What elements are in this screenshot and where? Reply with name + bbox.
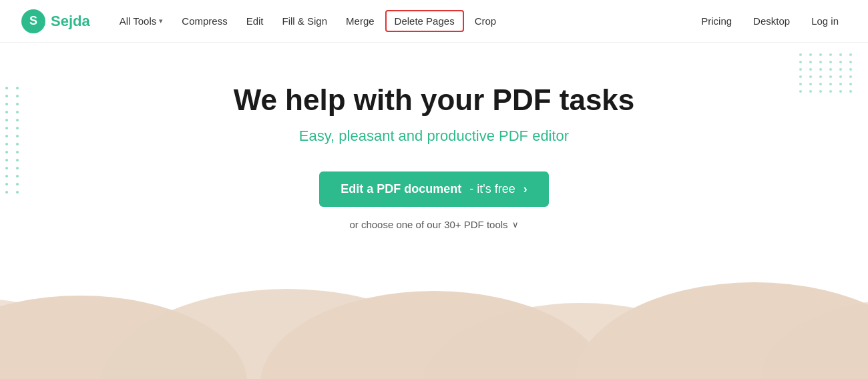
cta-bold-text: Edit a PDF document [341, 182, 461, 196]
nav-desktop[interactable]: Desktop [745, 10, 798, 32]
nav-all-tools[interactable]: All Tools ▾ [112, 10, 172, 32]
nav-links: All Tools ▾ Compress Edit Fill & Sign Me… [112, 10, 694, 32]
hero-subheadline: Easy, pleasant and productive PDF editor [299, 127, 569, 145]
navbar: S Sejda All Tools ▾ Compress Edit Fill &… [0, 0, 868, 43]
tools-link-text: or choose one of our 30+ PDF tools [349, 219, 507, 230]
nav-crop[interactable]: Crop [467, 10, 505, 32]
chevron-down-icon: ▾ [159, 17, 163, 25]
nav-merge[interactable]: Merge [338, 10, 383, 32]
nav-edit[interactable]: Edit [238, 10, 272, 32]
nav-pricing[interactable]: Pricing [693, 10, 740, 32]
tools-link[interactable]: or choose one of our 30+ PDF tools ∨ [349, 219, 518, 230]
logo-area[interactable]: S Sejda [21, 9, 90, 33]
nav-fill-sign[interactable]: Fill & Sign [274, 10, 336, 32]
cta-edit-button[interactable]: Edit a PDF document - it's free › [319, 171, 548, 207]
logo-icon: S [21, 9, 45, 33]
hills-decoration [0, 259, 868, 379]
cta-normal-text: - it's free [469, 182, 515, 196]
nav-compress[interactable]: Compress [174, 10, 235, 32]
logo-text: Sejda [51, 13, 90, 30]
nav-login[interactable]: Log in [803, 10, 847, 32]
hero-section: We help with your PDF tasks Easy, pleasa… [0, 43, 868, 230]
hero-headline: We help with your PDF tasks [234, 83, 635, 118]
chevron-down-tools-icon: ∨ [512, 220, 519, 230]
nav-right: Pricing Desktop Log in [693, 10, 847, 32]
cta-arrow-icon: › [523, 182, 527, 196]
nav-delete-pages[interactable]: Delete Pages [385, 10, 464, 32]
